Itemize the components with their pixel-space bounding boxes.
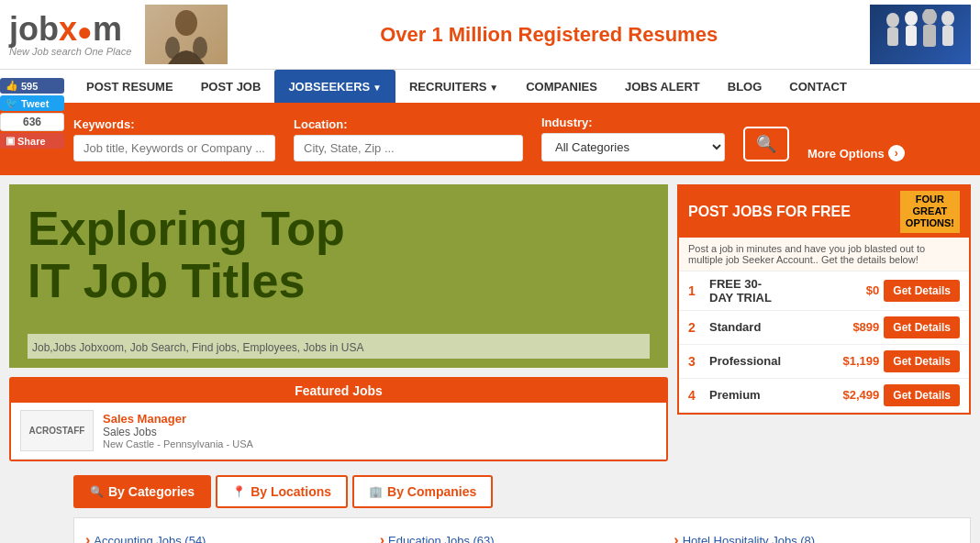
logo-job: job (9, 10, 59, 48)
twitter-icon: 🐦 (6, 97, 18, 109)
nav-jobs-alert[interactable]: JOBS ALERT (611, 70, 714, 103)
job-category: Sales Jobs (103, 426, 253, 438)
tab-by-categories[interactable]: 🔍 By Categories (73, 475, 211, 508)
job-info: Sales Manager Sales Jobs New Castle - Pe… (103, 412, 253, 449)
svg-point-0 (175, 10, 197, 36)
header-photo-svg (150, 9, 223, 64)
svg-point-3 (886, 13, 899, 28)
banner-section: Exploring Top IT Job Titles Job,Jobs Job… (9, 184, 668, 461)
job-link[interactable]: Hotel Hospitality Jobs (8) (674, 529, 959, 543)
post-jobs-description: Post a job in minutes and have you job b… (679, 238, 969, 272)
location-group: Location: (294, 117, 523, 161)
nav-companies[interactable]: COMPANIES (512, 70, 611, 103)
featured-job-item: ACROSTAFF Sales Manager Sales Jobs New C… (11, 403, 666, 460)
plan-price-3: $1,199 (829, 354, 879, 368)
industry-select[interactable]: All Categories (541, 133, 725, 161)
nav-blog[interactable]: BLOG (714, 70, 776, 103)
banner: Exploring Top IT Job Titles Job,Jobs Job… (9, 184, 668, 368)
logo-tagline: New Job search One Place (9, 46, 131, 57)
share-icon: ▣ (6, 135, 15, 147)
pricing-row-3: 3 Professional $1,199 Get Details (679, 345, 969, 379)
job-link[interactable]: Education Jobs (63) (380, 529, 665, 543)
nav-bar: HOME POST RESUME POST JOB JOBSEEKERS REC… (0, 70, 980, 105)
companies-icon: 🏢 (369, 485, 383, 498)
nav-jobseekers[interactable]: JOBSEEKERS (274, 70, 395, 103)
post-jobs-title: POST JOBS FOR FREE (688, 204, 851, 220)
header: jobx●m New Job search One Place Over 1 M… (0, 0, 980, 70)
plan-price-4: $2,499 (829, 388, 879, 402)
keywords-input[interactable] (73, 135, 275, 161)
logo-x: x (59, 10, 77, 48)
facebook-like-button[interactable]: 👍 595 (0, 78, 64, 94)
tab-companies-label: By Companies (387, 484, 476, 499)
nav-contact[interactable]: CONTACT (775, 70, 861, 103)
thumbs-up-icon: 👍 (6, 80, 18, 92)
share-label: Share (17, 136, 46, 147)
plan-name-3: Professional (709, 354, 824, 368)
logo-om: m (93, 10, 122, 48)
svg-point-9 (941, 11, 954, 26)
search-button[interactable]: 🔍 (743, 127, 789, 161)
post-jobs-header: POST JOBS FOR FREE FOUR GREAT OPTIONS! (679, 186, 969, 238)
fb-count: 595 (21, 81, 38, 92)
featured-jobs-box: Featured Jobs ACROSTAFF Sales Manager Sa… (9, 377, 668, 461)
pricing-row-4: 4 Premium $2,499 Get Details (679, 379, 969, 413)
header-right-image (870, 5, 971, 64)
banner-subtitle: Job,Jobs Jobxoom, Job Search, Find jobs,… (28, 334, 650, 359)
main-content: Exploring Top IT Job Titles Job,Jobs Job… (0, 175, 980, 471)
share-count: 636 (0, 113, 64, 131)
pricing-row-1: 1 FREE 30- DAY TRIAL $0 Get Details (679, 272, 969, 311)
get-details-btn-2[interactable]: Get Details (884, 316, 960, 338)
banner-title: Exploring Top IT Job Titles (28, 203, 650, 307)
nav-post-job[interactable]: POST JOB (187, 70, 275, 103)
job-link[interactable]: Accounting Jobs (54) (85, 529, 371, 543)
jobs-grid: Accounting Jobs (54)Education Jobs (63)H… (73, 517, 971, 543)
svg-rect-6 (906, 26, 917, 46)
twitter-tweet-button[interactable]: 🐦 Tweet (0, 95, 64, 111)
logo[interactable]: jobx●m New Job search One Place (9, 13, 131, 57)
pricing-row-2: 2 Standard $899 Get Details (679, 311, 969, 345)
svg-rect-10 (942, 26, 953, 46)
get-details-btn-3[interactable]: Get Details (884, 350, 960, 372)
get-details-btn-4[interactable]: Get Details (884, 384, 960, 406)
more-options-link[interactable]: More Options › (807, 145, 905, 161)
category-tabs: 🔍 By Categories 📍 By Locations 🏢 By Comp… (73, 475, 971, 508)
header-photo (145, 5, 228, 64)
company-name-text: ACROSTAFF (29, 426, 85, 436)
bottom-section: 🔍 By Categories 📍 By Locations 🏢 By Comp… (0, 471, 980, 543)
share-button[interactable]: ▣ Share (0, 133, 64, 149)
svg-point-1 (165, 37, 180, 59)
banner-title-line2: IT Job Titles (28, 255, 650, 307)
tab-locations-label: By Locations (251, 484, 331, 499)
locations-icon: 📍 (232, 485, 246, 498)
job-location: New Castle - Pennsylvania - USA (103, 438, 253, 449)
plan-name-4: Premium (709, 388, 824, 402)
plan-num-1: 1 (688, 283, 705, 298)
tab-categories-label: By Categories (108, 484, 195, 499)
more-options-label: More Options (807, 147, 885, 161)
plan-name-1: FREE 30- DAY TRIAL (709, 277, 824, 305)
right-panel: POST JOBS FOR FREE FOUR GREAT OPTIONS! P… (677, 184, 971, 461)
keywords-label: Keywords: (73, 117, 275, 131)
location-input[interactable] (294, 135, 523, 161)
industry-group: Industry: All Categories (541, 116, 725, 161)
svg-rect-8 (923, 25, 936, 47)
job-title[interactable]: Sales Manager (103, 412, 253, 426)
plan-num-4: 4 (688, 388, 705, 403)
logo-dot-circle: ● (77, 17, 93, 46)
tab-by-companies[interactable]: 🏢 By Companies (352, 475, 493, 508)
banner-title-line1: Exploring Top (28, 203, 650, 255)
plan-name-2: Standard (709, 320, 824, 334)
company-logo: ACROSTAFF (20, 410, 94, 451)
tab-by-locations[interactable]: 📍 By Locations (216, 475, 348, 508)
get-details-btn-1[interactable]: Get Details (884, 280, 960, 302)
header-tagline: Over 1 Million Registered Resumes (228, 23, 870, 47)
plan-num-3: 3 (688, 354, 705, 369)
tweet-label: Tweet (21, 98, 49, 109)
nav-recruiters[interactable]: RECRUITERS (395, 70, 512, 103)
featured-jobs-title: Featured Jobs (11, 379, 666, 403)
nav-post-resume[interactable]: POST RESUME (72, 70, 187, 103)
keywords-group: Keywords: (73, 117, 275, 161)
plan-num-2: 2 (688, 320, 705, 335)
industry-label: Industry: (541, 116, 725, 129)
